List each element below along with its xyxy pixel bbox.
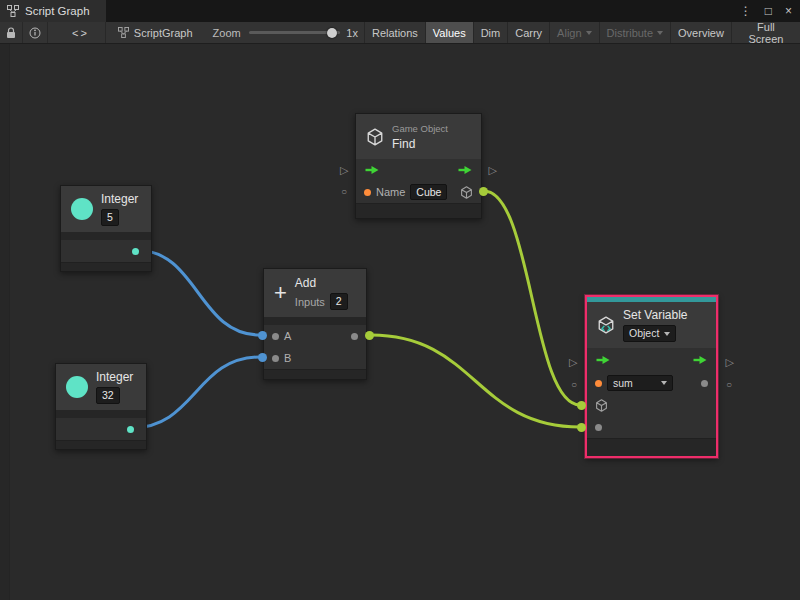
flow-out-port[interactable]: ▷ [726,357,734,368]
zoom-value: 1x [344,22,364,43]
node-category: Game Object [392,123,448,134]
carry-button[interactable]: Carry [507,22,549,43]
value-outer-port[interactable]: ○ [726,380,732,390]
zoom-slider-handle[interactable] [327,28,337,38]
wire-endpoint [258,353,267,362]
graph-canvas[interactable]: Integer 5 Integer 32 [0,44,800,600]
window-controls: ⋮ □ × [740,0,800,22]
input-port-a[interactable] [272,333,279,340]
inspect-button[interactable] [23,22,48,43]
dim-button[interactable]: Dim [473,22,508,43]
values-label: Values [433,27,466,39]
toolbar-spacer [48,22,56,43]
zoom-slider[interactable] [249,22,341,43]
variable-name-port[interactable] [595,380,602,387]
chevron-down-icon [661,381,667,385]
node-find[interactable]: Game Object Find Name Cube [355,113,482,219]
flow-out-arrow-icon[interactable] [692,355,708,365]
fullscreen-label: Full Screen [739,21,793,45]
name-label: Name [376,186,405,198]
zoom-label: Zoom [205,22,245,43]
node-header: + Add Inputs 2 [264,269,366,317]
integer-output-port[interactable] [127,426,134,433]
value-input-row [587,416,716,438]
wire-endpoint [258,331,267,340]
graph-breadcrumb[interactable]: ScriptGraph [106,22,205,43]
relations-label: Relations [372,27,418,39]
port-b-label: B [284,352,291,364]
close-icon[interactable]: × [785,5,792,17]
chevron-down-icon [657,31,663,35]
target-object-cube-icon[interactable] [595,399,608,412]
node-add[interactable]: + Add Inputs 2 A B [263,268,367,380]
name-value-field[interactable]: Cube [410,184,447,201]
node-footer [56,440,146,449]
node-header: Game Object Find [356,114,481,159]
info-icon [29,27,41,39]
port-row-b: B [264,347,366,369]
node-footer [356,203,481,218]
node-divider [264,317,366,325]
window-menu-icon[interactable]: ⋮ [740,5,752,17]
variable-kind-label: Object [629,327,659,340]
integer-output-port[interactable] [132,248,139,255]
dim-label: Dim [481,27,501,39]
wire-endpoint [479,187,488,196]
tab-script-graph[interactable]: Script Graph [0,0,106,22]
integer-value-field[interactable]: 32 [96,387,120,404]
node-title: Find [392,137,448,151]
flow-out-arrow-icon[interactable] [457,165,473,175]
fullscreen-button[interactable]: Full Screen [731,22,800,43]
variable-cube-icon [597,316,615,334]
variable-outer-port[interactable]: ○ [571,380,577,390]
node-integer-32[interactable]: Integer 32 [55,363,147,450]
script-graph-asset-icon [118,27,129,38]
lock-icon [6,27,16,39]
graph-name-label: ScriptGraph [134,27,193,39]
wire-endpoint [577,423,586,432]
flow-in-port[interactable]: ▷ [569,357,577,368]
node-integer-5[interactable]: Integer 5 [60,185,152,272]
flow-in-port[interactable]: ▷ [340,165,348,176]
chevron-down-icon [586,31,592,35]
flow-in-arrow-icon[interactable] [364,165,380,175]
distribute-button[interactable]: Distribute [599,22,670,43]
target-object-row [587,394,716,416]
node-title: Integer [96,370,133,384]
overview-button[interactable]: Overview [670,22,731,43]
name-port-row: Name Cube [356,181,481,203]
node-divider [56,410,146,418]
name-input-port[interactable] [364,189,371,196]
chevron-down-icon [664,332,670,336]
inputs-label: Inputs [295,296,325,308]
value-output-port[interactable] [701,380,708,387]
align-button[interactable]: Align [549,22,598,43]
node-footer [587,438,716,456]
add-icon: + [274,282,287,304]
output-port-row [56,418,146,440]
integer-icon [66,376,88,398]
sum-output-port[interactable] [351,333,358,340]
integer-value-field[interactable]: 5 [101,209,119,226]
relations-button[interactable]: Relations [364,22,425,43]
inputs-count-field[interactable]: 2 [330,293,348,310]
maximize-icon[interactable]: □ [765,5,772,17]
name-outer-port[interactable]: ○ [341,187,347,197]
lock-button[interactable] [0,22,23,43]
node-footer [61,262,151,271]
variable-name-label: sum [613,377,633,390]
flow-in-arrow-icon[interactable] [595,355,611,365]
gameobject-output-cube-icon[interactable] [460,186,473,199]
variable-name-dropdown[interactable]: sum [607,375,673,392]
values-button[interactable]: Values [425,22,473,43]
flow-out-port[interactable]: ▷ [489,165,497,176]
code-preview-button[interactable]: <> [56,22,106,43]
node-set-variable[interactable]: Set Variable Object sum [585,295,718,458]
input-port-b[interactable] [272,355,279,362]
value-input-port[interactable] [595,424,602,431]
titlebar: Script Graph ⋮ □ × [0,0,800,22]
canvas-left-strip [0,44,10,600]
port-a-label: A [284,330,291,342]
variable-kind-dropdown[interactable]: Object [623,325,676,342]
distribute-label: Distribute [607,27,653,39]
